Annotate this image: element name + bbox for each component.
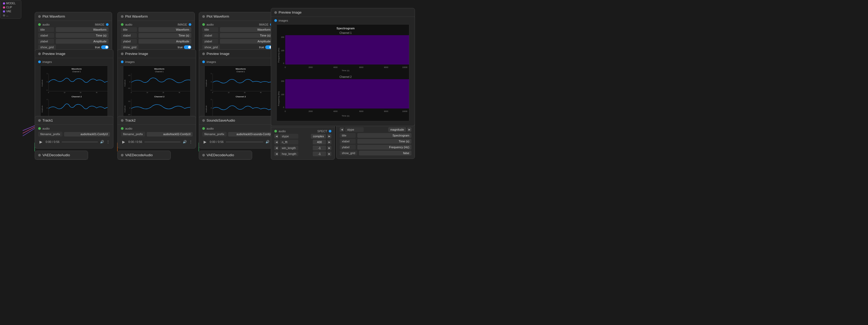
ps-showgrid-row: show_grid false [340, 151, 411, 156]
sounds-controls[interactable]: ▶ 0:00 / 0:56 🔊 ⋮ [202, 137, 275, 146]
track1-progress-bar[interactable] [62, 141, 98, 142]
sounds-play-button[interactable]: ▶ [202, 139, 208, 144]
svg-text:100: 100 [281, 50, 284, 52]
pi3-images-label: images [207, 60, 216, 63]
svg-text:Channel 1: Channel 1 [72, 71, 81, 72]
pw2-toggle[interactable]: true [178, 45, 191, 49]
sounds-audio-label: audio [207, 127, 214, 130]
pw3-audio-row: audio IMAGE [202, 23, 273, 26]
pw3-showgrid-row: show_grid true [202, 45, 273, 50]
sounds-filename-val: audio/track03-sounds-ComfyUI [228, 132, 275, 136]
preview-large-dot [274, 11, 277, 14]
pw1-ylabel-key: ylabel [38, 39, 54, 44]
spect-hoplength-right[interactable]: ▶ [327, 152, 332, 156]
pw3-image-label: IMAGE [259, 23, 269, 26]
ps-xlabel-row: xlabel Time (s) [340, 139, 411, 144]
node-header-pw1: Plot Waveform [35, 12, 112, 21]
node-dot-pw2 [121, 15, 124, 18]
track1-more-icon[interactable]: ⋮ [106, 140, 110, 144]
pw2-toggle-label: true [178, 45, 183, 49]
svg-text:0: 0 [283, 62, 284, 64]
spect-winlength-right[interactable]: ▶ [327, 146, 332, 150]
track1-play-button[interactable]: ▶ [38, 139, 43, 144]
svg-rect-35 [123, 66, 190, 119]
svg-text:20: 20 [80, 92, 82, 93]
ps-title-val: Spectrogram [357, 133, 411, 138]
clip-item: CLIP [3, 6, 19, 9]
track2-progress-bar[interactable] [144, 141, 181, 142]
pw1-toggle[interactable]: true [95, 45, 108, 49]
pw1-xlabel-row: xlabel Time (s) [38, 33, 108, 38]
sounds-save-body: audio filename_prefix audio/track03-soun… [199, 125, 279, 148]
pw3-audio-label: audio [207, 23, 214, 26]
pw2-audio-port [121, 23, 124, 26]
svg-text:0: 0 [285, 66, 286, 68]
vae3-dot [202, 154, 205, 157]
track2-filename-val: audio/track02-ComfyUI [147, 132, 193, 136]
track1-volume-icon[interactable]: 🔊 [100, 140, 104, 144]
svg-text:40: 40 [96, 92, 97, 93]
clip-dot [3, 6, 5, 8]
spect-stype-right[interactable]: ▶ [327, 134, 332, 138]
pw1-toggle-switch[interactable] [101, 45, 108, 49]
track1-controls[interactable]: ▶ 0:00 / 0:56 🔊 ⋮ [38, 137, 110, 146]
ps-stype-right[interactable]: ▶ [407, 127, 411, 132]
track1-header: Track1 [35, 116, 113, 125]
svg-text:2000: 2000 [308, 110, 313, 112]
pw2-toggle-switch[interactable] [184, 45, 191, 49]
track2-more-icon[interactable]: ⋮ [189, 140, 193, 144]
spectrogram-body: audio SPECT ◀ stype complex ▶ [271, 127, 335, 159]
vae-decode-audio-2: VAEDecodeAudio [117, 151, 171, 160]
svg-text:-1: -1 [211, 89, 212, 91]
track2-controls[interactable]: ▶ 0:00 / 0:56 🔊 ⋮ [121, 137, 193, 146]
svg-text:Channel 1: Channel 1 [339, 31, 352, 34]
pw1-ylabel-val: Amplitude [56, 39, 108, 44]
svg-text:Channel 1: Channel 1 [155, 71, 163, 72]
pi1-title: Preview Image [42, 52, 65, 56]
spect-stype-key: stype [280, 134, 298, 139]
ps-title-key: title [340, 133, 356, 138]
spect-nfft-left[interactable]: ◀ [274, 140, 279, 144]
vae-label: VAE [6, 10, 11, 13]
ps-stype-left[interactable]: ◀ [340, 127, 344, 132]
track1-time: 0:00 / 0:56 [45, 140, 60, 143]
pw2-audio-row: audio IMAGE [121, 23, 191, 26]
node-dot-pi2 [121, 53, 124, 55]
track2-body: audio filename_prefix audio/track02-Comf… [118, 125, 196, 148]
svg-text:10: 10 [228, 92, 229, 93]
pi2-title: Preview Image [125, 52, 148, 56]
pw1-title-val: Waveform [56, 27, 108, 32]
canvas: MODEL CLIP VAE ... Plot Waveform audio [0, 0, 868, 325]
sounds-save-dot [202, 119, 205, 122]
spect-winlength-left[interactable]: ◀ [274, 146, 279, 150]
vae3-title: VAEDecodeAudio [207, 153, 234, 157]
ps-stype-row: ◀ stype magnitude ▶ [340, 127, 411, 132]
svg-text:-0.5: -0.5 [128, 114, 130, 116]
spect-stype-left[interactable]: ◀ [274, 134, 279, 138]
ps-xlabel-val: Time (s) [357, 139, 411, 144]
track2-play-button[interactable]: ▶ [121, 139, 126, 144]
preview-large-images-port [274, 19, 277, 22]
track1-dot [38, 119, 41, 122]
pw2-image-label: IMAGE [178, 23, 187, 26]
node-header-pw2: Plot Waveform [118, 12, 194, 21]
svg-text:Waveform: Waveform [236, 68, 246, 70]
pw3-xlabel-row: xlabel Time (s) [202, 33, 273, 38]
pi2-canvas: Waveform Channel 1 Amplitude 0.5 0 -0.5 … [123, 66, 190, 120]
svg-text:-0.5: -0.5 [128, 88, 130, 89]
pw2-ylabel-key: ylabel [121, 39, 137, 44]
sounds-volume-icon[interactable]: 🔊 [266, 140, 270, 144]
plot-waveform-node-1: Plot Waveform audio IMAGE title Waveform… [35, 12, 112, 53]
pw1-image-label: IMAGE [95, 23, 104, 26]
pw2-xlabel-key: xlabel [121, 33, 137, 38]
spect-nfft-right[interactable]: ▶ [327, 140, 332, 144]
svg-text:0: 0 [211, 107, 212, 109]
pi3-title: Preview Image [207, 52, 229, 56]
track2-volume-icon[interactable]: 🔊 [183, 140, 187, 144]
pw1-audio-label: audio [42, 23, 50, 26]
node-dot-pw3 [202, 15, 205, 18]
spect-hoplength-left[interactable]: ◀ [274, 152, 279, 156]
preview-image-node-2: Preview Image images Waveform Channel 1 … [117, 49, 196, 125]
sounds-progress-bar[interactable] [226, 141, 264, 142]
pw1-title-key: title [38, 27, 54, 32]
